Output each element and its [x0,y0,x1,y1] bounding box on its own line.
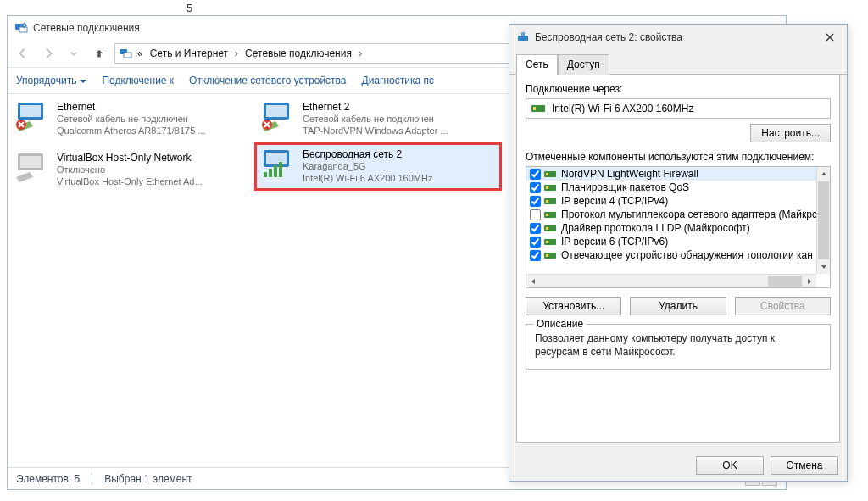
svg-rect-25 [546,186,548,189]
scroll-up-arrow[interactable] [817,167,830,181]
connection-status: Сетевой кабель не подключен [303,113,448,125]
svg-rect-19 [521,32,525,36]
component-checkbox[interactable] [530,237,541,248]
scroll-thumb[interactable] [768,276,802,287]
component-checkbox[interactable] [530,250,541,261]
connection-item-wireless[interactable]: Беспроводная сеть 2 Karaganda_5G Intel(R… [257,145,499,188]
description-group: Описание Позволяет данному компьютеру по… [526,324,831,370]
component-buttons: Установить... Удалить Свойства [526,297,831,315]
svg-rect-17 [279,162,282,177]
breadcrumb-item-1[interactable]: Сеть и Интернет [148,47,230,59]
service-icon [544,249,558,261]
svg-rect-21 [533,107,536,110]
service-icon [544,181,558,193]
component-row[interactable]: Драйвер протокола LLDP (Майкрософт) [526,221,830,235]
service-icon [544,209,558,220]
forward-button[interactable] [38,43,58,64]
component-row[interactable]: NordVPN LightWeight Firewall [526,167,830,181]
connect-to-button[interactable]: Подключение к [102,75,174,86]
connection-device: VirtualBox Host-Only Ethernet Ad... [57,175,203,187]
diagnose-button[interactable]: Диагностика пс [362,75,434,86]
scroll-left-arrow[interactable] [526,275,540,287]
component-row[interactable]: IP версии 4 (TCP/IPv4) [526,194,830,208]
component-label: Планировщик пакетов QoS [561,181,689,193]
breadcrumb-arrow[interactable]: › [233,47,240,59]
svg-rect-13 [266,153,287,164]
ethernet-disabled-icon [14,152,50,182]
connection-item-ethernet2[interactable]: Ethernet 2 Сетевой кабель не подключен T… [257,97,486,141]
cancel-button[interactable]: Отмена [771,456,838,475]
scroll-down-arrow[interactable] [817,260,830,274]
nic-icon [531,103,547,114]
component-label: IP версии 4 (TCP/IPv4) [561,195,668,207]
scroll-thumb[interactable] [818,181,829,259]
connection-item-virtualbox[interactable]: VirtualBox Host-Only Network Отключено V… [11,148,240,192]
svg-rect-3 [124,53,131,58]
connection-item-ethernet[interactable]: Ethernet Сетевой кабель не подключен Qua… [11,97,240,141]
svg-rect-35 [546,254,548,257]
component-row[interactable]: Планировщик пакетов QoS [526,181,830,194]
adapter-icon [516,31,530,44]
breadcrumb-sep: « [136,47,145,59]
horizontal-scrollbar[interactable] [526,274,816,287]
component-row[interactable]: Отвечающее устройство обнаружения тополо… [526,248,830,262]
status-elements-count: Элементов: 5 [16,473,80,485]
connection-status: Karaganda_5G [303,160,432,172]
component-row[interactable]: IP версии 6 (TCP/IPv6) [526,235,830,248]
status-selected-count: Выбран 1 элемент [104,473,192,485]
disable-device-button[interactable]: Отключение сетевого устройства [189,75,346,86]
scroll-right-arrow[interactable] [803,275,816,287]
install-button[interactable]: Установить... [526,297,621,315]
description-text: Позволяет данному компьютеру получать до… [535,331,821,359]
ethernet-disconnected-icon [14,101,50,131]
svg-rect-29 [546,214,548,216]
svg-rect-11 [20,156,41,168]
dropdown-history-button[interactable] [64,43,84,64]
svg-rect-23 [546,173,548,175]
svg-rect-16 [274,165,277,177]
svg-rect-31 [546,227,548,230]
breadcrumb-arrow[interactable]: › [357,47,364,59]
address-network-icon [119,47,132,60]
remove-button[interactable]: Удалить [630,297,726,315]
tabs: Сеть Доступ [509,50,847,75]
svg-rect-27 [546,200,548,203]
component-label: IP версии 6 (TCP/IPv6) [561,236,668,248]
tab-network[interactable]: Сеть [516,54,558,75]
vertical-scrollbar[interactable] [816,167,830,274]
dialog-buttons: OK Отмена [509,449,847,482]
svg-rect-33 [546,241,548,243]
organize-menu[interactable]: Упорядочить [16,75,86,86]
configure-button[interactable]: Настроить... [750,124,831,142]
service-icon [544,222,558,234]
ethernet-disconnected-icon [260,101,296,131]
connection-name: Беспроводная сеть 2 [303,148,432,160]
service-icon [544,236,558,248]
properties-button[interactable]: Свойства [735,297,831,315]
dialog-titlebar[interactable]: Беспроводная сеть 2: свойства [509,25,847,50]
component-row[interactable]: Протокол мультиплексора сетевого адаптер… [526,208,830,221]
connection-name: VirtualBox Host-Only Network [57,152,203,164]
close-button[interactable] [820,30,840,45]
component-checkbox[interactable] [530,169,541,180]
description-title: Описание [533,318,587,330]
svg-rect-8 [266,105,287,117]
component-checkbox[interactable] [530,196,541,207]
wifi-connected-icon [260,148,296,179]
tab-access[interactable]: Доступ [558,54,609,75]
component-label: Протокол мультиплексора сетевого адаптер… [561,209,817,220]
component-checkbox[interactable] [530,223,541,234]
component-checkbox[interactable] [530,209,541,220]
back-button[interactable] [13,43,33,64]
component-checkbox[interactable] [530,182,541,193]
ok-button[interactable]: OK [696,456,764,475]
svg-rect-18 [518,36,528,41]
adapter-properties-dialog: Беспроводная сеть 2: свойства Сеть Досту… [509,24,848,482]
up-button[interactable] [89,43,109,64]
adapter-name: Intel(R) Wi-Fi 6 AX200 160MHz [552,103,693,114]
component-label: Драйвер протокола LLDP (Майкрософт) [561,222,750,234]
breadcrumb-item-2[interactable]: Сетевые подключения [243,47,353,59]
svg-rect-14 [264,172,267,177]
connection-status: Отключено [57,164,203,175]
dialog-title: Беспроводная сеть 2: свойства [535,31,820,43]
